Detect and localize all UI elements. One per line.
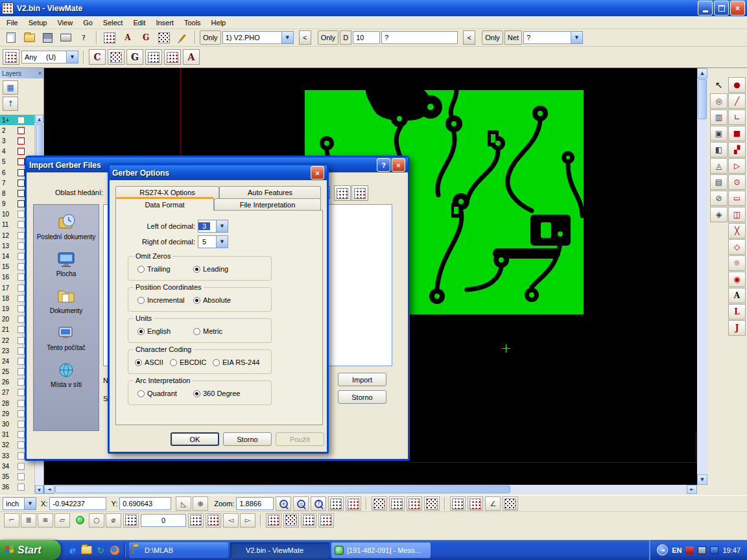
start-button[interactable]: Start [0, 540, 61, 560]
shape-tool-button[interactable]: ≣ [21, 513, 36, 528]
layer-move-up-button[interactable]: ↑ [3, 97, 18, 111]
tool-button[interactable]: ◎ [710, 93, 728, 109]
scroll-up-icon[interactable]: ▲ [697, 68, 707, 78]
layer-combobox[interactable]: 1) V2.PHO ▼ [222, 31, 294, 44]
pattern-button[interactable] [266, 513, 281, 528]
layer-color-swatch[interactable] [18, 463, 25, 470]
grid-snap-button[interactable] [346, 496, 361, 511]
dcode-display-button[interactable] [468, 496, 483, 511]
tool-button[interactable]: A [728, 288, 746, 303]
dialog-close-button[interactable]: × [392, 158, 405, 172]
layer-color-swatch[interactable] [18, 452, 25, 460]
shape-tool-button[interactable]: ≋ [38, 513, 53, 528]
prev-layer-button[interactable]: < [299, 30, 311, 45]
layer-row[interactable]: 2 [0, 125, 34, 135]
layer-color-swatch[interactable] [18, 389, 25, 396]
layer-color-swatch[interactable] [18, 400, 25, 407]
layer-color-swatch[interactable] [18, 127, 25, 134]
tool-button[interactable]: ◇ [728, 239, 746, 255]
aperture-g-button[interactable]: G [137, 30, 154, 45]
scroll-up-icon[interactable]: ▲ [35, 115, 43, 123]
edit-pen-button[interactable] [174, 30, 191, 45]
tab-file-interpretation[interactable]: File Interpretation [214, 198, 321, 211]
chevron-down-icon[interactable]: ▼ [571, 32, 582, 43]
print-button[interactable] [57, 30, 74, 45]
layer-color-swatch[interactable] [18, 295, 25, 302]
task-viewmate[interactable]: V2.bin - ViewMate [230, 542, 329, 558]
highlight-g-button[interactable]: G [126, 49, 143, 65]
grid-filter-button[interactable] [164, 49, 181, 65]
scroll-down-icon[interactable]: ▼ [35, 485, 43, 494]
refresh-icon[interactable]: ↻ [95, 544, 106, 556]
zoom-query-button[interactable]: ? [311, 496, 326, 511]
radio-english[interactable]: English [137, 327, 171, 335]
layer-color-swatch[interactable] [18, 358, 25, 365]
import-button[interactable]: Import [338, 373, 386, 386]
radio-incremental[interactable]: Incremental [137, 296, 184, 304]
net-combobox[interactable]: ? ▼ [523, 31, 583, 44]
menu-item[interactable]: Select [98, 18, 128, 28]
new-file-button[interactable] [3, 30, 19, 45]
radio-eia-rs244[interactable]: EIA RS-244 [213, 358, 259, 366]
save-button[interactable] [39, 30, 56, 45]
layer-color-swatch[interactable] [18, 421, 25, 428]
layer-color-swatch[interactable] [18, 368, 25, 375]
tool-button[interactable]: ◫ [728, 207, 746, 222]
options-close-button[interactable]: × [311, 166, 324, 180]
layer-color-swatch[interactable] [18, 410, 25, 417]
tool-button[interactable]: ⊙ [728, 174, 746, 190]
ok-button[interactable]: OK [171, 432, 219, 446]
menu-item[interactable]: Edit [128, 18, 150, 28]
layers-close-icon[interactable]: × [38, 70, 42, 76]
pattern-button[interactable] [301, 513, 316, 528]
nudge-button[interactable]: ▻ [240, 513, 255, 528]
layer-row[interactable]: 36 [0, 482, 34, 493]
layer-color-swatch[interactable] [18, 148, 25, 155]
apply-button[interactable]: Použít [276, 432, 324, 446]
grid-toggle-button[interactable] [328, 496, 344, 511]
layer-color-swatch[interactable] [18, 117, 25, 124]
network-status-icon[interactable] [710, 546, 718, 554]
menu-item[interactable]: Setup [23, 18, 53, 28]
menu-item[interactable]: File [1, 18, 23, 28]
import-cancel-button[interactable]: Storno [338, 390, 386, 404]
up-one-level-button[interactable] [334, 185, 351, 201]
menu-item[interactable]: Help [206, 18, 231, 28]
vertical-scrollbar[interactable]: ▲ ▼ [697, 68, 707, 485]
dcode-filter-input[interactable]: ? [381, 31, 458, 44]
left-of-decimal-combobox[interactable]: 3 ▼ [198, 220, 228, 233]
only-layer-toggle[interactable]: Only [200, 30, 221, 45]
aperture-a-button[interactable]: A [119, 30, 136, 45]
dot-grid-button[interactable] [188, 513, 204, 528]
dcode-display-button[interactable] [372, 496, 387, 511]
firefox-icon[interactable] [109, 544, 121, 556]
layers-grid-button[interactable]: ▦ [3, 80, 18, 95]
menu-item[interactable]: Go [78, 18, 98, 28]
pattern-button[interactable] [283, 513, 299, 528]
scroll-track[interactable] [697, 120, 707, 474]
tool-button[interactable]: ▷ [728, 158, 746, 174]
tool-button[interactable]: ↖ [710, 77, 728, 93]
chevron-down-icon[interactable]: ▼ [216, 236, 228, 248]
highlight-a-button[interactable]: A [183, 49, 200, 65]
radio-absolute[interactable]: Absolute [193, 296, 231, 304]
context-help-button[interactable]: ? [75, 30, 92, 45]
chevron-down-icon[interactable]: ▼ [281, 32, 293, 43]
only-net-toggle[interactable]: Only [482, 30, 503, 45]
open-file-button[interactable] [21, 30, 38, 45]
radio-trailing[interactable]: Trailing [137, 265, 171, 273]
layer-row[interactable]: 35 [0, 471, 34, 482]
tool-button[interactable]: ● [728, 77, 746, 93]
filter-combobox[interactable]: Any (U) ▼ [21, 51, 78, 64]
layer-color-swatch[interactable] [18, 137, 25, 145]
vertical-scroll-thumb[interactable] [698, 79, 707, 119]
tool-button[interactable]: ╳ [728, 223, 746, 239]
zoom-window-button[interactable]: ▫ [293, 496, 309, 511]
horizontal-scroll-thumb[interactable] [55, 485, 510, 493]
radio-quadrant[interactable]: Quadrant [137, 390, 177, 397]
tool-button[interactable]: ⊘ [710, 191, 728, 206]
layer-color-swatch[interactable] [18, 242, 25, 250]
scroll-right-icon[interactable]: ► [687, 485, 697, 494]
measure-tool-button[interactable]: ⊕ [193, 496, 208, 511]
horizontal-scrollbar[interactable]: ◄ ► [44, 485, 697, 494]
